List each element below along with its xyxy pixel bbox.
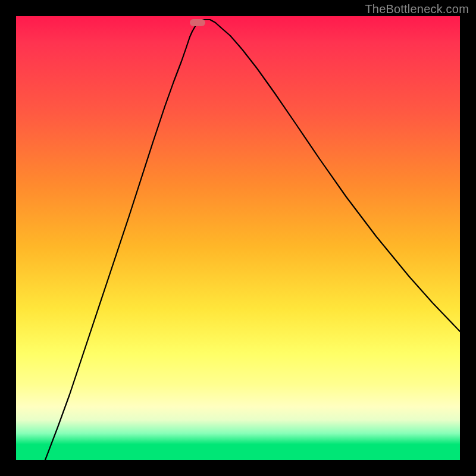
curve-path xyxy=(45,20,460,460)
bottleneck-marker xyxy=(190,19,205,26)
bottleneck-curve xyxy=(16,16,460,460)
plot-area xyxy=(16,16,460,460)
chart-frame: TheBottleneck.com xyxy=(0,0,476,476)
watermark: TheBottleneck.com xyxy=(365,2,469,16)
